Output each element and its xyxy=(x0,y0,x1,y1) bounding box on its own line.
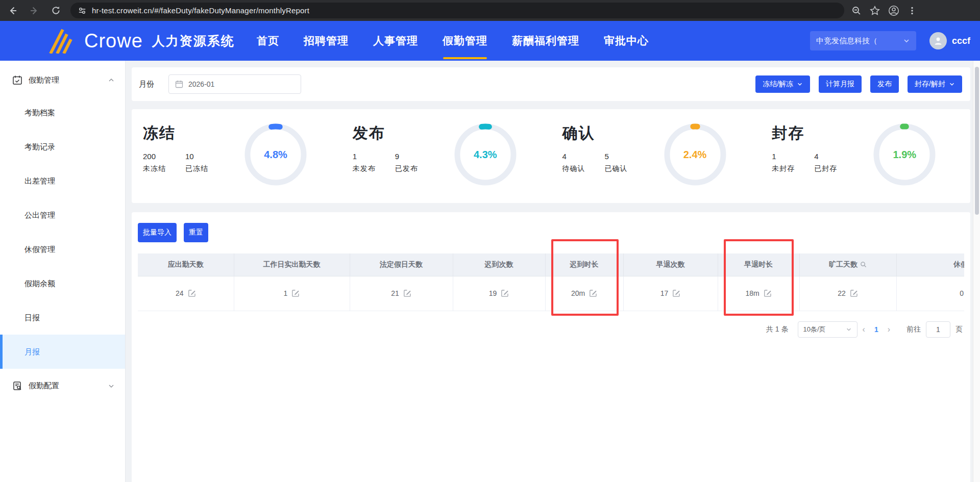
monthly-report-card: 批量导入 重置 应出勤天数 工作日实出勤天数 法定假日天数 迟到次数 迟到时长 … xyxy=(132,212,970,482)
browser-back-button[interactable] xyxy=(4,2,21,19)
archive-unarchive-button[interactable]: 封存/解封 xyxy=(908,75,962,93)
person-icon xyxy=(933,36,943,46)
site-privacy-icon[interactable] xyxy=(78,6,87,15)
col-early-leave-count: 早退次数 xyxy=(623,253,718,276)
edit-icon[interactable] xyxy=(764,289,772,297)
page-size-select[interactable]: 10条/页 xyxy=(798,321,857,338)
nav-approval-center[interactable]: 审批中心 xyxy=(604,21,649,61)
stat-confirm: 确认 4待确认 5已确认 2.4% xyxy=(551,109,761,203)
reset-button[interactable]: 重置 xyxy=(184,223,208,242)
cell-early-leave-duration: 18m xyxy=(718,276,799,311)
sidebar-item-daily-report[interactable]: 日报 xyxy=(0,300,125,335)
edit-icon[interactable] xyxy=(291,289,300,297)
sidebar-group-label: 假勤配置 xyxy=(29,381,108,391)
cell-expected-days: 24 xyxy=(138,276,234,311)
cell-leave-days: 0 xyxy=(896,276,964,311)
stat-title: 发布 xyxy=(353,123,551,144)
browser-reload-button[interactable] xyxy=(47,2,64,19)
browser-chrome: hr-test.croweit.cn/#/fakeDuty/fakeDutyMa… xyxy=(0,0,980,21)
calendar-check-icon xyxy=(12,75,22,85)
col-legal-holiday-days: 法定假日天数 xyxy=(350,253,453,276)
publish-button[interactable]: 发布 xyxy=(870,75,899,93)
chevron-down-icon xyxy=(797,81,803,87)
sidebar-item-leave-balance[interactable]: 假期余额 xyxy=(0,266,125,300)
stat-title: 确认 xyxy=(562,123,761,144)
edit-icon[interactable] xyxy=(589,289,597,297)
address-bar[interactable]: hr-test.croweit.cn/#/fakeDuty/fakeDutyMa… xyxy=(70,3,844,18)
cell-absence-days: 22 xyxy=(799,276,896,311)
sidebar-item-leave-management[interactable]: 休假管理 xyxy=(0,232,125,266)
cell-legal-holiday-days: 21 xyxy=(350,276,453,311)
bookmark-star-icon[interactable] xyxy=(870,6,880,16)
company-name: 中竞发信息科技（ xyxy=(816,36,903,46)
nav-home[interactable]: 首页 xyxy=(257,21,279,61)
brand-name: Crowe xyxy=(84,30,143,52)
url-text: hr-test.croweit.cn/#/fakeDuty/fakeDutyMa… xyxy=(92,6,309,15)
zoom-out-icon[interactable] xyxy=(851,6,862,16)
month-picker[interactable] xyxy=(168,74,301,94)
nav-recruiting[interactable]: 招聘管理 xyxy=(304,21,349,61)
sidebar-item-attendance-records[interactable]: 考勤记录 xyxy=(0,130,125,164)
month-input[interactable] xyxy=(188,80,280,88)
crowe-logo-icon xyxy=(47,28,77,54)
browser-profile-icon[interactable] xyxy=(888,5,899,16)
stat-percent: 2.4% xyxy=(663,122,728,187)
company-selector[interactable]: 中竞发信息科技（ xyxy=(810,31,916,50)
goto-page-input[interactable] xyxy=(926,321,950,338)
app-header: Crowe 人力资源系统 首页 招聘管理 人事管理 假勤管理 薪酬福利管理 审批… xyxy=(0,21,980,61)
col-leave-days: 休假天数 xyxy=(896,253,964,276)
sidebar-item-attendance-archive[interactable]: 考勤档案 xyxy=(0,95,125,130)
filter-toolbar: 月份 冻结/解冻 计算月报 发布 封存/解封 xyxy=(132,67,970,101)
sidebar-group-attendance-config[interactable]: 假勤配置 xyxy=(0,369,125,403)
confirm-donut-chart: 2.4% xyxy=(663,122,728,187)
prev-page-button[interactable]: ‹ xyxy=(857,325,870,334)
stat-publish: 发布 1未发布 9已发布 4.3% xyxy=(341,109,551,203)
cell-workday-actual-days: 1 xyxy=(234,276,350,311)
edit-icon[interactable] xyxy=(672,289,680,297)
cell-late-count: 19 xyxy=(453,276,545,311)
browser-forward-button[interactable] xyxy=(26,2,43,19)
calendar-icon xyxy=(175,80,183,88)
brand: Crowe 人力资源系统 xyxy=(47,28,235,54)
sidebar: 假勤管理 考勤档案 考勤记录 出差管理 公出管理 休假管理 假期余额 日报 月报… xyxy=(0,61,126,482)
edit-icon[interactable] xyxy=(501,289,509,297)
nav-attendance[interactable]: 假勤管理 xyxy=(443,21,487,61)
nav-personnel[interactable]: 人事管理 xyxy=(373,21,418,61)
chevron-down-icon xyxy=(108,383,115,390)
next-page-button[interactable]: › xyxy=(883,325,895,334)
edit-icon[interactable] xyxy=(188,289,196,297)
calc-monthly-report-button[interactable]: 计算月报 xyxy=(819,75,862,93)
table-header-row: 应出勤天数 工作日实出勤天数 法定假日天数 迟到次数 迟到时长 早退次数 早退时… xyxy=(138,253,964,276)
sidebar-item-business-trip[interactable]: 出差管理 xyxy=(0,164,125,198)
sidebar-item-monthly-report[interactable]: 月报 xyxy=(0,335,125,369)
col-expected-days: 应出勤天数 xyxy=(138,253,234,276)
freeze-unfreeze-button[interactable]: 冻结/解冻 xyxy=(755,75,810,93)
stat-percent: 1.9% xyxy=(872,122,937,187)
col-late-duration: 迟到时长 xyxy=(545,253,623,276)
col-absence-days: 旷工天数 xyxy=(799,253,896,276)
edit-icon[interactable] xyxy=(850,289,858,297)
table-row: 24 1 21 19 20m 17 18m 22 0 xyxy=(138,276,964,311)
browser-menu-icon[interactable] xyxy=(908,6,917,15)
stat-title: 冻结 xyxy=(143,123,341,144)
user-avatar[interactable] xyxy=(929,32,947,49)
chevron-down-icon xyxy=(903,37,910,44)
sidebar-group-label: 假勤管理 xyxy=(29,75,108,85)
brand-suffix: 人力资源系统 xyxy=(152,33,235,49)
page-scrollbar[interactable] xyxy=(973,61,980,482)
search-icon[interactable] xyxy=(860,261,867,268)
monthly-report-table: 应出勤天数 工作日实出勤天数 法定假日天数 迟到次数 迟到时长 早退次数 早退时… xyxy=(138,253,964,311)
stat-freeze: 冻结 200未冻结 10已冻结 4.8% xyxy=(132,109,341,203)
pagination: 共 1 条 10条/页 ‹ 1 › 前往 页 xyxy=(766,321,963,338)
freeze-donut-chart: 4.8% xyxy=(243,122,308,187)
status-summary-card: 冻结 200未冻结 10已冻结 4.8% 发布 1未发布 9已发布 xyxy=(132,109,970,203)
nav-compensation[interactable]: 薪酬福利管理 xyxy=(512,21,579,61)
sidebar-item-official-out[interactable]: 公出管理 xyxy=(0,198,125,232)
current-page[interactable]: 1 xyxy=(870,325,883,334)
edit-icon[interactable] xyxy=(403,289,411,297)
col-early-leave-duration: 早退时长 xyxy=(718,253,799,276)
batch-import-button[interactable]: 批量导入 xyxy=(138,223,177,242)
sidebar-group-attendance[interactable]: 假勤管理 xyxy=(0,65,125,95)
scrollbar-thumb[interactable] xyxy=(975,67,979,215)
chevron-down-icon xyxy=(949,81,955,87)
